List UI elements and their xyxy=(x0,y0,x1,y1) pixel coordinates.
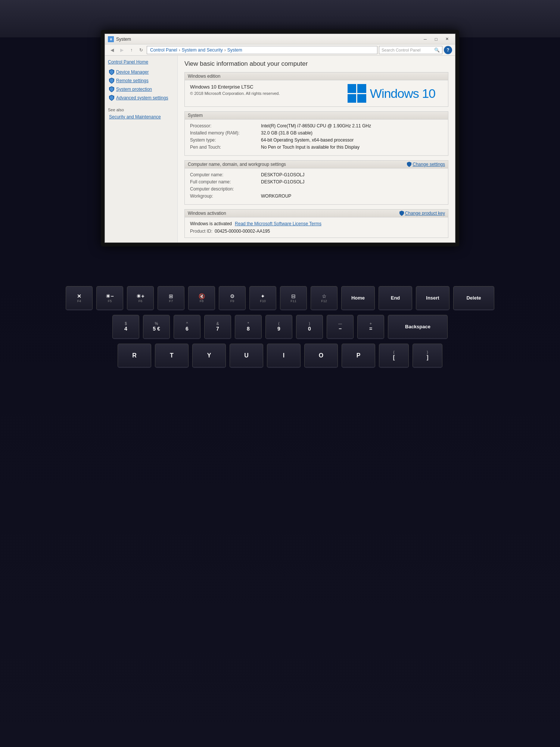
main-content: Control Panel Home Device Manager xyxy=(105,56,455,242)
page-title: View basic information about your comput… xyxy=(184,60,448,68)
key-home[interactable]: Home xyxy=(341,286,375,310)
key-f11[interactable]: ⊟ F11 xyxy=(280,286,307,310)
windows-edition-value: Windows 10 Enterprise LTSC xyxy=(190,84,280,90)
key-9[interactable]: ( 9 xyxy=(265,315,292,339)
sidebar-see-also: See also xyxy=(108,108,174,112)
key-f10[interactable]: ✦ F10 xyxy=(249,286,276,310)
key-right-bracket[interactable]: } ] xyxy=(413,344,442,368)
key-4[interactable]: $ 4 xyxy=(112,315,139,339)
breadcrumb-system[interactable]: System xyxy=(227,47,242,53)
sidebar-protection-label: System protection xyxy=(116,87,152,92)
key-5[interactable]: % 5 € xyxy=(143,315,170,339)
ram-value: 32.0 GB (31.8 GB usable) xyxy=(261,130,312,136)
key-insert[interactable]: Insert xyxy=(416,286,449,310)
breadcrumb[interactable]: Control Panel › System and Security › Sy… xyxy=(147,46,377,54)
sidebar-item-remote-settings[interactable]: Remote settings xyxy=(108,77,174,84)
pen-touch-label: Pen and Touch: xyxy=(190,145,261,150)
system-type-value: 64-bit Operating System, x64-based proce… xyxy=(261,137,354,143)
sidebar-advanced-label: Advanced system settings xyxy=(116,95,168,100)
key-f4[interactable]: ✕ F4 xyxy=(66,286,93,310)
key-f8[interactable]: 🔇 F8 xyxy=(188,286,215,310)
product-id-value: 00425-00000-00002-AA195 xyxy=(215,229,270,234)
key-u[interactable]: U xyxy=(230,344,263,368)
workgroup-value: WORKGROUP xyxy=(261,193,291,199)
sidebar-remote-label: Remote settings xyxy=(116,78,149,83)
address-bar: ◀ ▶ ↑ ↻ Control Panel › System and Secur… xyxy=(105,44,455,56)
close-button[interactable]: ✕ xyxy=(442,35,452,43)
license-terms-link[interactable]: Read the Microsoft Software License Term… xyxy=(235,221,321,226)
windows-logo: Windows 10 xyxy=(348,84,435,103)
sidebar-device-manager-label: Device Manager xyxy=(116,69,149,75)
change-settings-button[interactable]: Change settings xyxy=(407,162,445,167)
sidebar-item-device-manager[interactable]: Device Manager xyxy=(108,68,174,76)
search-box[interactable]: Search Control Panel 🔍 xyxy=(379,46,442,54)
key-equals[interactable]: + = xyxy=(357,315,384,339)
sidebar: Control Panel Home Device Manager xyxy=(105,56,178,242)
key-f9[interactable]: ⚙ F9 xyxy=(219,286,246,310)
forward-button[interactable]: ▶ xyxy=(118,46,126,54)
sidebar-item-system-protection[interactable]: System protection xyxy=(108,86,174,93)
search-placeholder: Search Control Panel xyxy=(382,48,421,52)
back-button[interactable]: ◀ xyxy=(108,46,116,54)
key-end[interactable]: End xyxy=(379,286,412,310)
breadcrumb-cp[interactable]: Control Panel xyxy=(150,47,177,53)
ram-row: Installed memory (RAM): 32.0 GB (31.8 GB… xyxy=(190,130,443,136)
search-icon[interactable]: 🔍 xyxy=(434,47,440,53)
computer-name-row: Computer name: DESKTOP-G1OSOLJ xyxy=(190,172,443,177)
processor-row: Processor: Intel(R) Core(TM) i7-8650U CP… xyxy=(190,123,443,128)
key-f5[interactable]: ☀− F5 xyxy=(96,286,123,310)
shield-icon-2 xyxy=(109,78,114,84)
sidebar-security-maintenance[interactable]: Security and Maintenance xyxy=(108,114,174,120)
key-delete[interactable]: Delete xyxy=(453,286,494,310)
window-icon: 🖥 xyxy=(108,36,114,42)
product-id-label: Product ID: xyxy=(190,229,212,234)
activation-header: Windows activation xyxy=(188,211,226,216)
key-f12[interactable]: ☆ F12 xyxy=(311,286,337,310)
key-8[interactable]: * 8 xyxy=(235,315,262,339)
explorer-window: 🖥 System ─ □ ✕ ◀ ▶ ↑ ↻ Control Panel › xyxy=(105,34,455,243)
shield-icon xyxy=(109,69,114,75)
windows-flag-icon xyxy=(348,84,366,103)
sidebar-item-advanced-settings[interactable]: Advanced system settings xyxy=(108,94,174,102)
key-p[interactable]: P xyxy=(342,344,375,368)
shield-icon-change xyxy=(407,162,411,167)
system-section: System Processor: Intel(R) Core(TM) i7-8… xyxy=(184,111,448,156)
maximize-button[interactable]: □ xyxy=(431,35,441,43)
system-type-label: System type: xyxy=(190,137,261,143)
activation-status: Windows is activated xyxy=(190,221,232,226)
help-button[interactable]: ? xyxy=(444,46,452,54)
computer-desc-row: Computer description: xyxy=(190,186,443,192)
full-computer-name-label: Full computer name: xyxy=(190,179,261,185)
breadcrumb-sys-sec[interactable]: System and Security xyxy=(182,47,223,53)
sidebar-home-link[interactable]: Control Panel Home xyxy=(108,59,174,65)
change-product-key-button[interactable]: Change product key xyxy=(399,211,445,216)
key-minus[interactable]: — − xyxy=(327,315,354,339)
keyboard-row-rtyuiop: R T Y U I O P xyxy=(0,341,560,370)
up-button[interactable]: ↑ xyxy=(127,46,136,54)
system-type-row: System type: 64-bit Operating System, x6… xyxy=(190,137,443,143)
computer-desc-label: Computer description: xyxy=(190,186,261,192)
shield-icon-key xyxy=(399,211,404,216)
key-left-bracket[interactable]: { [ xyxy=(379,344,409,368)
key-f6[interactable]: ☀+ F6 xyxy=(127,286,154,310)
minimize-button[interactable]: ─ xyxy=(420,35,430,43)
key-t[interactable]: T xyxy=(155,344,189,368)
system-header: System xyxy=(185,112,448,120)
key-o[interactable]: O xyxy=(304,344,338,368)
key-backspace[interactable]: Backspace xyxy=(388,315,448,339)
key-y[interactable]: Y xyxy=(192,344,226,368)
key-f7[interactable]: ⊞ F7 xyxy=(158,286,184,310)
breadcrumb-sep1: › xyxy=(179,47,180,53)
key-0[interactable]: ) 0 xyxy=(296,315,323,339)
key-r[interactable]: R xyxy=(118,344,151,368)
key-i[interactable]: I xyxy=(267,344,301,368)
keyboard-row-numbers: $ 4 % 5 € ^ 6 & 7 * 8 xyxy=(0,313,560,341)
windows-logo-text: Windows 10 xyxy=(370,86,435,101)
window-title: System xyxy=(116,37,131,42)
keyboard-row-fn: ✕ F4 ☀− F5 ☀+ F6 ⊞ F7 🔇 F8 xyxy=(0,284,560,313)
key-6[interactable]: ^ 6 xyxy=(174,315,200,339)
refresh-button[interactable]: ↻ xyxy=(137,46,145,54)
key-7[interactable]: & 7 xyxy=(204,315,231,339)
screen-bezel: 🖥 System ─ □ ✕ ◀ ▶ ↑ ↻ Control Panel › xyxy=(101,30,459,247)
shield-icon-3 xyxy=(109,86,114,92)
